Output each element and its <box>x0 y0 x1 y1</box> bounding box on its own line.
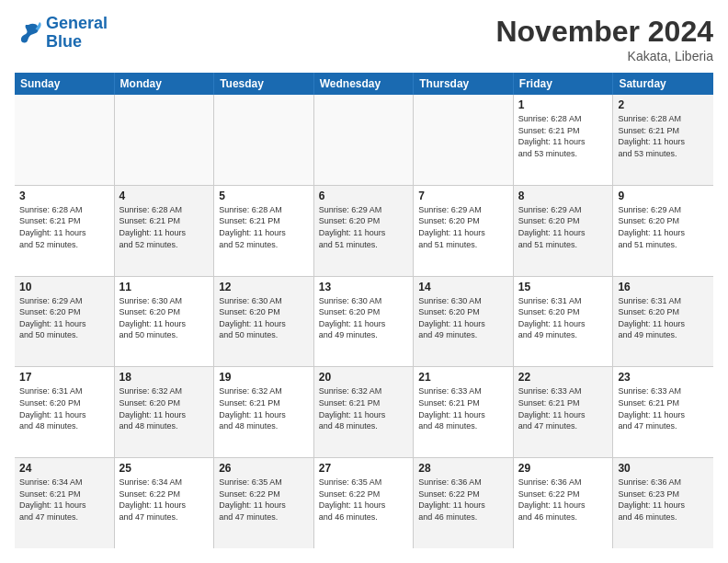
cell-info: Sunrise: 6:29 AMSunset: 6:20 PMDaylight:… <box>319 204 409 250</box>
cell-info: Sunrise: 6:29 AMSunset: 6:20 PMDaylight:… <box>418 204 508 250</box>
logo-icon <box>15 19 42 47</box>
calendar-cell: 3Sunrise: 6:28 AMSunset: 6:21 PMDaylight… <box>15 186 115 276</box>
day-number: 4 <box>119 190 210 202</box>
day-number: 10 <box>19 281 109 293</box>
logo: General Blue <box>15 15 108 52</box>
cell-info: Sunrise: 6:31 AMSunset: 6:20 PMDaylight:… <box>618 295 709 341</box>
day-number: 27 <box>319 462 409 475</box>
calendar-cell: 24Sunrise: 6:34 AMSunset: 6:21 PMDayligh… <box>15 458 115 548</box>
calendar: SundayMondayTuesdayWednesdayThursdayFrid… <box>15 73 713 548</box>
calendar-cell: 5Sunrise: 6:28 AMSunset: 6:21 PMDaylight… <box>214 186 314 276</box>
calendar-cell: 21Sunrise: 6:33 AMSunset: 6:21 PMDayligh… <box>414 367 514 457</box>
calendar-cell <box>414 95 514 185</box>
calendar-cell: 25Sunrise: 6:34 AMSunset: 6:22 PMDayligh… <box>115 458 215 548</box>
day-number: 6 <box>319 190 409 202</box>
calendar-row-2: 10Sunrise: 6:29 AMSunset: 6:20 PMDayligh… <box>15 277 713 368</box>
header: General Blue November 2024 Kakata, Liber… <box>15 15 713 63</box>
calendar-cell <box>214 95 314 185</box>
day-number: 24 <box>19 462 109 475</box>
day-number: 15 <box>518 281 609 293</box>
calendar-cell: 29Sunrise: 6:36 AMSunset: 6:22 PMDayligh… <box>514 458 614 548</box>
calendar-cell: 6Sunrise: 6:29 AMSunset: 6:20 PMDaylight… <box>314 186 415 276</box>
calendar-cell: 30Sunrise: 6:36 AMSunset: 6:23 PMDayligh… <box>613 458 713 548</box>
calendar-cell: 22Sunrise: 6:33 AMSunset: 6:21 PMDayligh… <box>514 367 614 457</box>
day-number: 12 <box>219 281 309 293</box>
day-number: 17 <box>19 371 109 384</box>
calendar-body: 1Sunrise: 6:28 AMSunset: 6:21 PMDaylight… <box>15 95 713 548</box>
calendar-row-4: 24Sunrise: 6:34 AMSunset: 6:21 PMDayligh… <box>15 458 713 548</box>
cell-info: Sunrise: 6:32 AMSunset: 6:21 PMDaylight:… <box>319 385 409 431</box>
cell-info: Sunrise: 6:36 AMSunset: 6:23 PMDaylight:… <box>618 477 709 523</box>
calendar-row-0: 1Sunrise: 6:28 AMSunset: 6:21 PMDaylight… <box>15 95 713 186</box>
day-number: 14 <box>418 281 508 293</box>
calendar-cell: 18Sunrise: 6:32 AMSunset: 6:20 PMDayligh… <box>115 367 215 457</box>
cell-info: Sunrise: 6:30 AMSunset: 6:20 PMDaylight:… <box>319 295 409 341</box>
cell-info: Sunrise: 6:29 AMSunset: 6:20 PMDaylight:… <box>618 204 709 250</box>
cell-info: Sunrise: 6:28 AMSunset: 6:21 PMDaylight:… <box>219 204 309 250</box>
calendar-cell: 9Sunrise: 6:29 AMSunset: 6:20 PMDaylight… <box>613 186 713 276</box>
day-number: 30 <box>618 462 709 475</box>
cell-info: Sunrise: 6:33 AMSunset: 6:21 PMDaylight:… <box>618 385 709 431</box>
header-day-tuesday: Tuesday <box>214 73 314 95</box>
cell-info: Sunrise: 6:29 AMSunset: 6:20 PMDaylight:… <box>19 295 109 341</box>
calendar-cell: 11Sunrise: 6:30 AMSunset: 6:20 PMDayligh… <box>115 277 215 367</box>
page: General Blue November 2024 Kakata, Liber… <box>0 0 728 563</box>
day-number: 1 <box>518 98 609 111</box>
calendar-header: SundayMondayTuesdayWednesdayThursdayFrid… <box>15 73 713 95</box>
day-number: 9 <box>618 190 709 202</box>
header-day-sunday: Sunday <box>15 73 115 95</box>
day-number: 8 <box>518 190 609 202</box>
calendar-cell: 1Sunrise: 6:28 AMSunset: 6:21 PMDaylight… <box>514 95 614 185</box>
calendar-cell: 13Sunrise: 6:30 AMSunset: 6:20 PMDayligh… <box>314 277 415 367</box>
cell-info: Sunrise: 6:32 AMSunset: 6:20 PMDaylight:… <box>119 385 210 431</box>
calendar-cell: 16Sunrise: 6:31 AMSunset: 6:20 PMDayligh… <box>613 277 713 367</box>
calendar-cell: 4Sunrise: 6:28 AMSunset: 6:21 PMDaylight… <box>115 186 215 276</box>
cell-info: Sunrise: 6:32 AMSunset: 6:21 PMDaylight:… <box>219 385 309 431</box>
month-title: November 2024 <box>495 15 713 49</box>
header-day-thursday: Thursday <box>414 73 514 95</box>
cell-info: Sunrise: 6:30 AMSunset: 6:20 PMDaylight:… <box>219 295 309 341</box>
calendar-cell: 7Sunrise: 6:29 AMSunset: 6:20 PMDaylight… <box>414 186 514 276</box>
day-number: 20 <box>319 371 409 384</box>
day-number: 21 <box>418 371 508 384</box>
day-number: 5 <box>219 190 309 202</box>
day-number: 22 <box>518 371 609 384</box>
calendar-cell: 28Sunrise: 6:36 AMSunset: 6:22 PMDayligh… <box>414 458 514 548</box>
day-number: 3 <box>19 190 109 202</box>
header-day-saturday: Saturday <box>613 73 713 95</box>
calendar-cell: 26Sunrise: 6:35 AMSunset: 6:22 PMDayligh… <box>214 458 314 548</box>
cell-info: Sunrise: 6:31 AMSunset: 6:20 PMDaylight:… <box>518 295 609 341</box>
cell-info: Sunrise: 6:35 AMSunset: 6:22 PMDaylight:… <box>319 477 409 523</box>
day-number: 26 <box>219 462 309 475</box>
day-number: 19 <box>219 371 309 384</box>
day-number: 13 <box>319 281 409 293</box>
cell-info: Sunrise: 6:28 AMSunset: 6:21 PMDaylight:… <box>119 204 210 250</box>
cell-info: Sunrise: 6:28 AMSunset: 6:21 PMDaylight:… <box>19 204 109 250</box>
day-number: 28 <box>418 462 508 475</box>
day-number: 2 <box>618 98 709 111</box>
day-number: 18 <box>119 371 210 384</box>
cell-info: Sunrise: 6:28 AMSunset: 6:21 PMDaylight:… <box>518 113 609 159</box>
day-number: 11 <box>119 281 210 293</box>
calendar-cell: 10Sunrise: 6:29 AMSunset: 6:20 PMDayligh… <box>15 277 115 367</box>
cell-info: Sunrise: 6:36 AMSunset: 6:22 PMDaylight:… <box>518 477 609 523</box>
header-day-wednesday: Wednesday <box>314 73 415 95</box>
calendar-cell: 2Sunrise: 6:28 AMSunset: 6:21 PMDaylight… <box>613 95 713 185</box>
calendar-cell: 27Sunrise: 6:35 AMSunset: 6:22 PMDayligh… <box>314 458 415 548</box>
cell-info: Sunrise: 6:36 AMSunset: 6:22 PMDaylight:… <box>418 477 508 523</box>
calendar-cell: 23Sunrise: 6:33 AMSunset: 6:21 PMDayligh… <box>613 367 713 457</box>
calendar-row-1: 3Sunrise: 6:28 AMSunset: 6:21 PMDaylight… <box>15 186 713 277</box>
cell-info: Sunrise: 6:33 AMSunset: 6:21 PMDaylight:… <box>518 385 609 431</box>
calendar-cell: 19Sunrise: 6:32 AMSunset: 6:21 PMDayligh… <box>214 367 314 457</box>
calendar-cell: 20Sunrise: 6:32 AMSunset: 6:21 PMDayligh… <box>314 367 415 457</box>
cell-info: Sunrise: 6:30 AMSunset: 6:20 PMDaylight:… <box>119 295 210 341</box>
location: Kakata, Liberia <box>495 49 713 63</box>
title-block: November 2024 Kakata, Liberia <box>495 15 713 63</box>
calendar-cell: 17Sunrise: 6:31 AMSunset: 6:20 PMDayligh… <box>15 367 115 457</box>
day-number: 25 <box>119 462 210 475</box>
cell-info: Sunrise: 6:29 AMSunset: 6:20 PMDaylight:… <box>518 204 609 250</box>
logo-text: General Blue <box>46 15 108 52</box>
calendar-cell: 14Sunrise: 6:30 AMSunset: 6:20 PMDayligh… <box>414 277 514 367</box>
day-number: 29 <box>518 462 609 475</box>
calendar-cell: 15Sunrise: 6:31 AMSunset: 6:20 PMDayligh… <box>514 277 614 367</box>
